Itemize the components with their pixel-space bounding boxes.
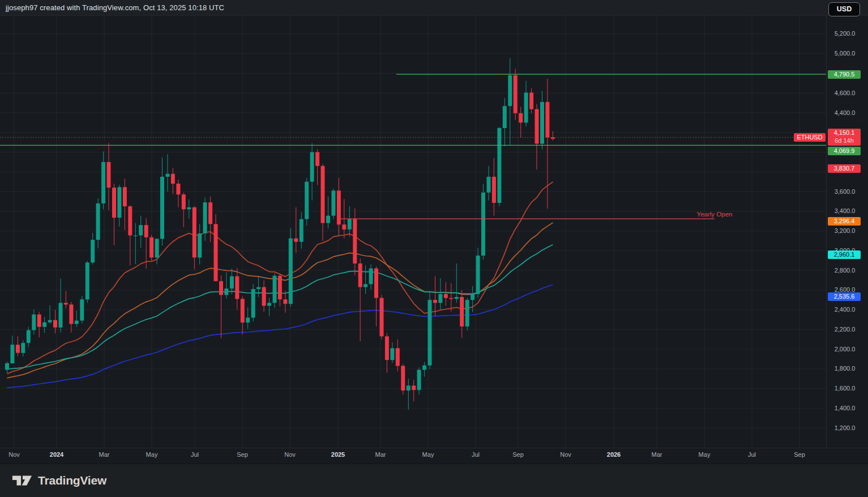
tradingview-logo[interactable]: TradingView	[11, 472, 106, 489]
candle-countdown: 6d 14h	[828, 137, 861, 145]
time-tick-month: Mar	[99, 451, 110, 458]
price-tick: 3,600.0	[828, 188, 862, 196]
time-tick-year: 2025	[331, 451, 345, 458]
tradingview-chart-screenshot: jjoseph97 created with TradingView.com, …	[0, 0, 868, 497]
attribution-bar: jjoseph97 created with TradingView.com, …	[0, 0, 868, 16]
time-tick-month: Jul	[191, 451, 199, 458]
price-label-ma-slowest: 2,535.6	[828, 292, 861, 301]
price-label-last-price: 4,150.16d 14h	[828, 129, 861, 146]
price-tick: 5,000.0	[828, 49, 862, 58]
price-tick: 2,800.0	[828, 266, 862, 275]
time-tick-month: Sep	[794, 451, 805, 458]
price-tick: 4,400.0	[828, 109, 862, 117]
time-axis[interactable]: Nov2024MarMayJulSepNov2025MarMayJulSepNo…	[0, 448, 868, 464]
time-tick-month: Nov	[284, 451, 296, 458]
time-tick-month: Nov	[560, 451, 571, 458]
price-tick: 1,800.0	[828, 364, 862, 373]
price-tick: 3,400.0	[828, 207, 862, 215]
time-tick-month: Nov	[8, 451, 20, 458]
price-tick: 1,400.0	[828, 404, 862, 413]
symbol-price-tag: ETHUSD	[794, 133, 826, 142]
price-axis[interactable]: 5,200.05,000.04,600.04,400.04,200.03,600…	[826, 16, 868, 448]
price-tick: 2,400.0	[828, 305, 862, 314]
chart-pane[interactable]: Yearly Open	[0, 16, 826, 448]
price-tick: 2,200.0	[828, 325, 862, 334]
time-tick-month: Sep	[237, 451, 248, 458]
price-tick: 5,200.0	[828, 29, 862, 38]
time-tick-month: Mar	[375, 451, 386, 458]
price-tick: 3,200.0	[828, 227, 862, 235]
price-tick: 1,200.0	[828, 424, 862, 432]
price-label-level-low: 4,069.9	[828, 147, 861, 155]
price-label-level-high: 4,790.5	[828, 70, 861, 79]
price-tick: 1,600.0	[828, 384, 862, 393]
time-tick-month: Sep	[512, 451, 524, 458]
tradingview-logo-text: TradingView	[38, 474, 106, 487]
footer-bar: TradingView	[0, 464, 868, 497]
time-tick-month: May	[422, 451, 434, 458]
price-label-ma-fast: 3,830.7	[828, 164, 861, 173]
tradingview-logo-icon	[11, 472, 33, 489]
time-tick-month: Jul	[748, 451, 756, 458]
time-tick-month: Jul	[472, 451, 480, 458]
price-chart-canvas[interactable]: Yearly Open	[0, 16, 826, 448]
price-tick: 4,600.0	[828, 89, 862, 97]
currency-toggle-button[interactable]: USD	[828, 2, 860, 16]
time-tick-year: 2026	[607, 451, 621, 458]
attribution-text: jjoseph97 created with TradingView.com, …	[6, 3, 224, 12]
time-tick-year: 2024	[50, 451, 63, 458]
time-tick-month: Mar	[652, 451, 662, 458]
svg-text:Yearly Open: Yearly Open	[697, 211, 733, 218]
time-tick-month: May	[146, 451, 158, 458]
price-label-ma-mid: 3,296.4	[828, 217, 861, 226]
price-tick: 2,000.0	[828, 345, 862, 354]
price-label-ma-slow: 2,960.1	[828, 250, 861, 259]
time-tick-month: May	[699, 451, 711, 458]
